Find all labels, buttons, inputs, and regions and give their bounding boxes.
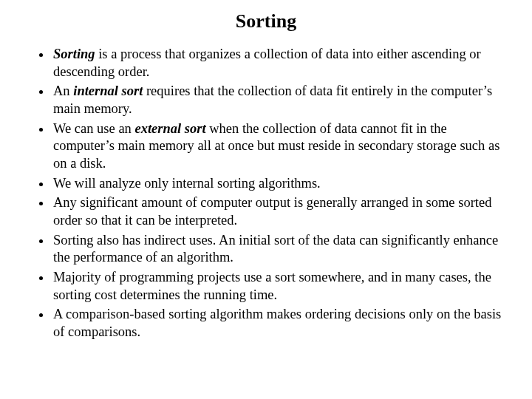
list-item: A comparison-based sorting algorithm mak… <box>52 306 505 341</box>
bullet-list: Sorting is a process that organizes a co… <box>27 46 505 341</box>
slide: Sorting Sorting is a process that organi… <box>0 0 532 399</box>
list-item: Any significant amount of computer outpu… <box>52 194 505 229</box>
list-item: We can use an external sort when the col… <box>52 120 505 173</box>
bullet-text: Sorting also has indirect uses. An initi… <box>53 233 498 265</box>
slide-title: Sorting <box>27 10 505 33</box>
list-item: We will analyze only internal sorting al… <box>52 175 505 193</box>
bullet-text: We can use an <box>53 121 135 136</box>
list-item: An internal sort requires that the colle… <box>52 83 505 117</box>
bullet-text: We will analyze only internal sorting al… <box>53 176 321 191</box>
list-item: Sorting is a process that organizes a co… <box>52 46 505 81</box>
term-internal-sort: internal sort <box>73 83 143 98</box>
bullet-text: An <box>53 83 73 98</box>
bullet-text: Any significant amount of computer outpu… <box>53 195 491 228</box>
term-sorting: Sorting <box>53 47 95 61</box>
bullet-text: Majority of programming projects use a s… <box>53 270 491 302</box>
list-item: Majority of programming projects use a s… <box>52 269 505 304</box>
bullet-text: is a process that organizes a collection… <box>53 47 481 79</box>
list-item: Sorting also has indirect uses. An initi… <box>52 232 505 267</box>
bullet-text: A comparison-based sorting algorithm mak… <box>53 307 501 339</box>
term-external-sort: external sort <box>135 121 206 136</box>
